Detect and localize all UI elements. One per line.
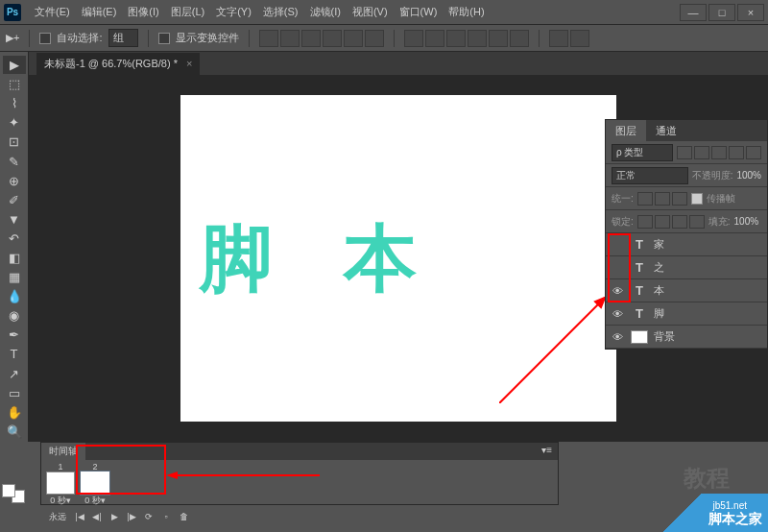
move-tool-indicator[interactable]: ▶+	[6, 32, 19, 44]
fg-bg-swatch[interactable]	[2, 484, 25, 503]
brush-tool[interactable]: ✐	[3, 191, 26, 209]
crop-tool[interactable]: ⊡	[3, 133, 26, 151]
layer-item[interactable]: 👁 背景	[606, 326, 767, 349]
next-frame-button[interactable]: |▶	[124, 510, 139, 523]
lock-all-icon[interactable]	[689, 215, 705, 229]
align-icon[interactable]	[365, 30, 384, 47]
pen-tool[interactable]: ✒	[3, 326, 26, 344]
layer-name[interactable]: 脚	[654, 306, 664, 321]
play-button[interactable]: ▶	[107, 510, 122, 523]
align-icon[interactable]	[259, 30, 278, 47]
distribute-icon[interactable]	[510, 30, 529, 47]
propagate-checkbox[interactable]	[691, 193, 703, 205]
layer-item[interactable]: T 之	[606, 256, 767, 279]
frame-item[interactable]: 1 0 秒▾	[45, 462, 76, 507]
align-icon[interactable]	[323, 30, 342, 47]
frame-delay[interactable]: 0 秒▾	[84, 495, 106, 507]
visibility-toggle[interactable]	[610, 237, 625, 253]
document-tab[interactable]: 未标题-1 @ 66.7%(RGB/8) * ×	[36, 53, 200, 75]
filter-pixel-icon[interactable]	[677, 146, 692, 159]
tween-button[interactable]: ⟳	[141, 510, 156, 523]
dodge-tool[interactable]: ◉	[3, 306, 26, 325]
move-tool[interactable]: ▶	[3, 56, 26, 74]
filter-smart-icon[interactable]	[746, 146, 761, 159]
close-button[interactable]: ×	[737, 4, 764, 21]
maximize-button[interactable]: □	[708, 4, 735, 21]
lasso-tool[interactable]: ⌇	[3, 94, 26, 112]
layer-name[interactable]: 本	[654, 283, 664, 298]
unify-style-icon[interactable]	[672, 192, 687, 206]
menu-filter[interactable]: 滤镜(I)	[304, 5, 347, 19]
distribute-icon[interactable]	[489, 30, 508, 47]
first-frame-button[interactable]: |◀	[72, 510, 87, 523]
duplicate-frame-button[interactable]: ▫	[158, 510, 174, 523]
filter-adjust-icon[interactable]	[694, 146, 709, 159]
menu-type[interactable]: 文字(Y)	[210, 5, 257, 19]
tab-channels[interactable]: 通道	[646, 120, 686, 141]
layer-item[interactable]: 👁 T 脚	[606, 302, 767, 326]
healing-tool[interactable]: ⊕	[3, 172, 26, 190]
minimize-button[interactable]: —	[680, 4, 707, 21]
filter-shape-icon[interactable]	[729, 146, 744, 159]
menu-window[interactable]: 窗口(W)	[394, 5, 444, 19]
fill-value[interactable]: 100%	[734, 216, 759, 227]
frame-thumbnail[interactable]	[81, 472, 109, 495]
frame-item[interactable]: 2 0 秒▾	[80, 462, 110, 507]
gradient-tool[interactable]: ▦	[3, 268, 26, 286]
distribute-icon[interactable]	[446, 30, 466, 47]
distribute-icon[interactable]	[404, 30, 423, 47]
zoom-tool[interactable]: 🔍	[3, 423, 26, 441]
stamp-tool[interactable]: ▼	[3, 210, 26, 229]
visibility-toggle[interactable]	[610, 260, 625, 276]
visibility-toggle[interactable]: 👁	[610, 329, 625, 345]
align-icon[interactable]	[280, 30, 300, 47]
unify-vis-icon[interactable]	[655, 192, 670, 206]
hand-tool[interactable]: ✋	[3, 403, 26, 422]
tab-timeline[interactable]: 时间轴	[41, 443, 85, 460]
menu-layer[interactable]: 图层(L)	[165, 5, 210, 19]
loop-select[interactable]: 永远	[45, 511, 70, 523]
blur-tool[interactable]: 💧	[3, 287, 26, 305]
lock-pixel-icon[interactable]	[655, 215, 670, 229]
layer-item[interactable]: 👁 T 本	[606, 279, 767, 302]
frame-delay[interactable]: 0 秒▾	[50, 495, 71, 507]
menu-edit[interactable]: 编辑(E)	[76, 5, 123, 19]
tab-layers[interactable]: 图层	[606, 120, 646, 141]
menu-file[interactable]: 文件(E)	[29, 5, 76, 19]
auto-select-target[interactable]: 组	[108, 29, 138, 47]
distribute-icon[interactable]	[468, 30, 487, 47]
mode-icon[interactable]	[549, 30, 568, 47]
show-transform-checkbox[interactable]	[158, 33, 170, 44]
frame-thumbnail[interactable]	[46, 472, 75, 495]
type-tool[interactable]: T	[3, 345, 26, 363]
opacity-value[interactable]: 100%	[736, 170, 761, 181]
visibility-toggle[interactable]: 👁	[610, 283, 625, 299]
shape-tool[interactable]: ▭	[3, 384, 26, 402]
panel-menu-icon[interactable]: ▾≡	[536, 443, 558, 460]
align-icon[interactable]	[344, 30, 363, 47]
auto-select-checkbox[interactable]	[39, 33, 51, 44]
menu-select[interactable]: 选择(S)	[257, 5, 304, 19]
delete-frame-button[interactable]: 🗑	[176, 510, 191, 523]
align-icon[interactable]	[301, 30, 321, 47]
lock-trans-icon[interactable]	[637, 215, 653, 229]
layer-item[interactable]: T 家	[606, 233, 767, 256]
layer-name[interactable]: 背景	[654, 329, 675, 344]
menu-image[interactable]: 图像(I)	[122, 5, 164, 19]
wand-tool[interactable]: ✦	[3, 113, 26, 132]
fg-color-swatch[interactable]	[2, 484, 15, 497]
visibility-toggle[interactable]: 👁	[610, 306, 625, 322]
unify-pos-icon[interactable]	[637, 192, 653, 206]
filter-type-icon[interactable]	[711, 146, 727, 159]
menu-view[interactable]: 视图(V)	[347, 5, 394, 19]
document-tab-close[interactable]: ×	[186, 58, 192, 69]
layer-name[interactable]: 之	[654, 260, 664, 275]
history-brush-tool[interactable]: ↶	[3, 230, 26, 248]
filter-kind-select[interactable]: ρ 类型	[612, 144, 673, 161]
prev-frame-button[interactable]: ◀|	[89, 510, 105, 523]
menu-help[interactable]: 帮助(H)	[443, 5, 490, 19]
eyedropper-tool[interactable]: ✎	[3, 152, 26, 170]
mode-icon[interactable]	[570, 30, 589, 47]
marquee-tool[interactable]: ⬚	[3, 75, 26, 93]
eraser-tool[interactable]: ◧	[3, 249, 26, 267]
